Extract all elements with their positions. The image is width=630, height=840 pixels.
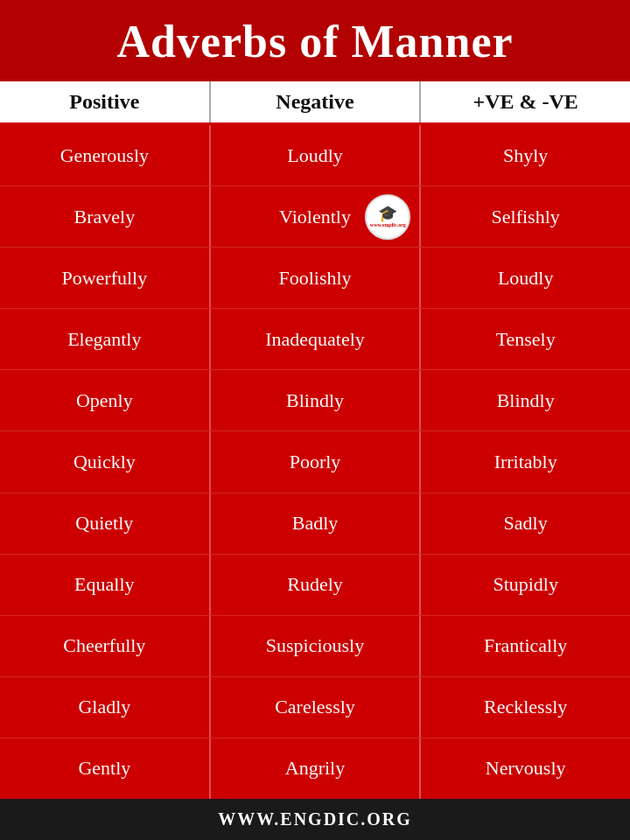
table-row: QuietlyBadlySadly (0, 494, 630, 555)
column-headers: Positive Negative +VE & -VE (0, 81, 630, 125)
cell-negative: Carelessly (211, 677, 422, 738)
cell-negative: Inadequately (211, 309, 422, 369)
cell-both: Shyly (421, 125, 630, 186)
cell-both: Loudly (421, 248, 630, 308)
cell-positive: Powerfully (0, 248, 211, 308)
cell-negative: Foolishly (211, 248, 422, 308)
table-row: GladlyCarelesslyRecklessly (0, 677, 630, 738)
cell-both: Tensely (421, 309, 630, 369)
col-header-negative: Negative (211, 81, 422, 122)
cell-positive: Equally (0, 555, 211, 615)
cell-positive: Generously (0, 125, 211, 186)
logo-cap: 🎓 (378, 206, 397, 221)
cell-negative: Blindly (211, 370, 422, 430)
cell-positive: Quietly (0, 494, 211, 554)
cell-positive: Elegantly (0, 309, 211, 369)
table-row: GentlyAngrilyNervously (0, 738, 630, 799)
cell-both: Sadly (421, 494, 630, 554)
cell-negative: Badly (211, 494, 422, 554)
cell-positive: Cheerfully (0, 616, 211, 676)
cell-positive: Gently (0, 738, 211, 799)
page-title: Adverbs of Manner (9, 16, 621, 67)
cell-both: Frantically (421, 616, 630, 676)
footer: WWW.ENGDIC.ORG (0, 799, 630, 840)
table-row: BravelyViolently🎓www.engdic.orgSelfishly (0, 186, 630, 248)
cell-positive: Openly (0, 370, 211, 430)
cell-negative: Violently🎓www.engdic.org (211, 186, 422, 247)
cell-both: Irritably (421, 431, 630, 492)
cell-negative: Poorly (211, 431, 422, 492)
table-row: CheerfullySuspiciouslyFrantically (0, 616, 630, 677)
col-header-positive: Positive (0, 81, 211, 122)
cell-negative: Suspiciously (211, 616, 422, 676)
cell-both: Stupidly (421, 555, 630, 615)
logo-url: www.engdic.org (370, 222, 406, 228)
title-bar: Adverbs of Manner (0, 0, 630, 81)
cell-both: Nervously (421, 738, 630, 799)
table-row: GenerouslyLoudlyShyly (0, 125, 630, 186)
table-row: EquallyRudelyStupidly (0, 555, 630, 616)
cell-both: Blindly (421, 370, 630, 430)
cell-both: Selfishly (421, 186, 630, 247)
table-row: QuicklyPoorlyIrritably (0, 431, 630, 493)
table-body: GenerouslyLoudlyShylyBravelyViolently🎓ww… (0, 125, 630, 799)
cell-positive: Bravely (0, 186, 211, 247)
cell-both: Recklessly (421, 677, 630, 738)
cell-positive: Quickly (0, 431, 211, 492)
cell-positive: Gladly (0, 677, 211, 738)
cell-negative: Rudely (211, 555, 422, 615)
footer-url: WWW.ENGDIC.ORG (218, 809, 412, 829)
table-row: OpenlyBlindlyBlindly (0, 370, 630, 431)
table-row: ElegantlyInadequatelyTensely (0, 309, 630, 370)
cell-negative: Loudly (211, 125, 422, 186)
cell-negative: Angrily (211, 738, 422, 799)
logo-badge: 🎓www.engdic.org (365, 194, 410, 240)
col-header-both: +VE & -VE (421, 81, 630, 122)
table-row: PowerfullyFoolishlyLoudly (0, 248, 630, 309)
